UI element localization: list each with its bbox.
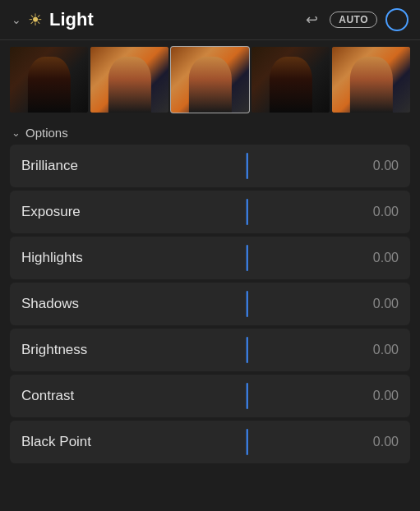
slider-label: Brightness xyxy=(21,342,136,358)
slider-row[interactable]: Highlights 0.00 xyxy=(10,237,410,279)
slider-track[interactable] xyxy=(136,375,358,417)
header-left: ⌄ ☀ Light xyxy=(12,9,302,30)
panel-title: Light xyxy=(49,9,94,30)
slider-value: 0.00 xyxy=(358,389,399,403)
slider-value: 0.00 xyxy=(358,159,399,173)
sliders-container: Brilliance 0.00 Exposure 0.00 Highlights… xyxy=(0,145,420,465)
slider-label: Brilliance xyxy=(21,158,136,174)
slider-row[interactable]: Brightness 0.00 xyxy=(10,329,410,371)
slider-label: Shadows xyxy=(21,296,136,312)
options-header[interactable]: ⌄ Options xyxy=(0,119,420,145)
slider-row[interactable]: Exposure 0.00 xyxy=(10,191,410,233)
auto-button[interactable]: AUTO xyxy=(330,12,377,28)
slider-track[interactable] xyxy=(136,283,358,325)
slider-track[interactable] xyxy=(136,191,358,233)
film-frame[interactable] xyxy=(10,47,88,113)
slider-value: 0.00 xyxy=(358,435,399,449)
collapse-chevron-icon[interactable]: ⌄ xyxy=(12,13,21,26)
sun-icon: ☀ xyxy=(28,10,43,30)
undo-button[interactable]: ↩ xyxy=(302,9,321,30)
film-frame[interactable] xyxy=(252,47,330,113)
slider-label: Contrast xyxy=(21,388,136,404)
slider-row[interactable]: Brilliance 0.00 xyxy=(10,145,410,187)
light-panel: ⌄ ☀ Light ↩ AUTO ⌄ Options xyxy=(0,0,420,511)
film-frame[interactable] xyxy=(332,47,410,113)
toggle-circle-button[interactable] xyxy=(385,8,408,31)
slider-label: Exposure xyxy=(21,204,136,220)
slider-track[interactable] xyxy=(136,145,358,187)
slider-handle xyxy=(246,291,248,317)
slider-value: 0.00 xyxy=(358,205,399,219)
film-frame[interactable] xyxy=(90,47,168,113)
slider-handle xyxy=(246,337,248,363)
slider-label: Highlights xyxy=(21,250,136,266)
slider-handle xyxy=(246,429,248,455)
panel-header: ⌄ ☀ Light ↩ AUTO xyxy=(0,0,420,40)
slider-row[interactable]: Shadows 0.00 xyxy=(10,283,410,325)
header-controls: ↩ AUTO xyxy=(302,8,408,31)
film-frame[interactable] xyxy=(171,47,249,113)
slider-value: 0.00 xyxy=(358,343,399,357)
slider-value: 0.00 xyxy=(358,251,399,265)
filmstrip xyxy=(0,40,420,119)
slider-track[interactable] xyxy=(136,329,358,371)
slider-handle xyxy=(246,245,248,271)
slider-row[interactable]: Contrast 0.00 xyxy=(10,375,410,417)
slider-handle xyxy=(246,153,248,179)
slider-value: 0.00 xyxy=(358,297,399,311)
slider-handle xyxy=(246,199,248,225)
slider-label: Black Point xyxy=(21,434,136,450)
slider-row[interactable]: Black Point 0.00 xyxy=(10,421,410,463)
slider-track[interactable] xyxy=(136,237,358,279)
slider-track[interactable] xyxy=(136,421,358,463)
slider-handle xyxy=(246,383,248,409)
options-chevron-icon: ⌄ xyxy=(12,127,21,139)
options-label: Options xyxy=(25,126,68,140)
